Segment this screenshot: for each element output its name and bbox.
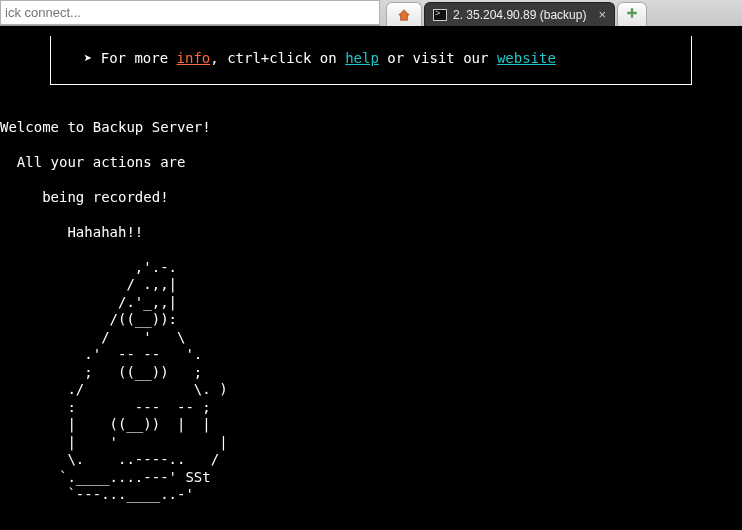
tab-home[interactable]: [386, 2, 422, 26]
info-line: ➤ For more info, ctrl+click on help or v…: [67, 50, 556, 66]
info-banner: ➤ For more info, ctrl+click on help or v…: [50, 36, 692, 85]
help-link[interactable]: help: [345, 50, 379, 66]
ascii-art: ,'.-. / .,,| /.'_,,| /((__)): / ' \ .' -…: [0, 259, 742, 504]
close-icon[interactable]: ×: [598, 7, 606, 22]
quick-connect-input[interactable]: [0, 0, 380, 25]
motd-line-1: Welcome to Backup Server!: [0, 119, 742, 137]
motd-line-4: Hahahah!!: [0, 224, 742, 242]
motd-line-3: being recorded!: [0, 189, 742, 207]
motd-line-2: All your actions are: [0, 154, 742, 172]
plus-icon: [626, 7, 638, 22]
tab-backup-server[interactable]: 2. 35.204.90.89 (backup) ×: [424, 2, 615, 26]
tab-label: 2. 35.204.90.89 (backup): [453, 8, 586, 22]
info-prefix: ➤ For more: [67, 50, 177, 66]
home-icon: [397, 8, 411, 22]
terminal-output: Welcome to Backup Server! All your actio…: [0, 95, 742, 530]
website-link[interactable]: website: [497, 50, 556, 66]
terminal-icon: [433, 9, 447, 21]
top-bar: 2. 35.204.90.89 (backup) ×: [0, 0, 742, 26]
info-mid1: , ctrl+click on: [210, 50, 345, 66]
info-mid2: or visit our: [379, 50, 497, 66]
info-keyword: info: [177, 50, 211, 66]
tab-new[interactable]: [617, 2, 647, 26]
tab-strip: 2. 35.204.90.89 (backup) ×: [380, 0, 742, 26]
